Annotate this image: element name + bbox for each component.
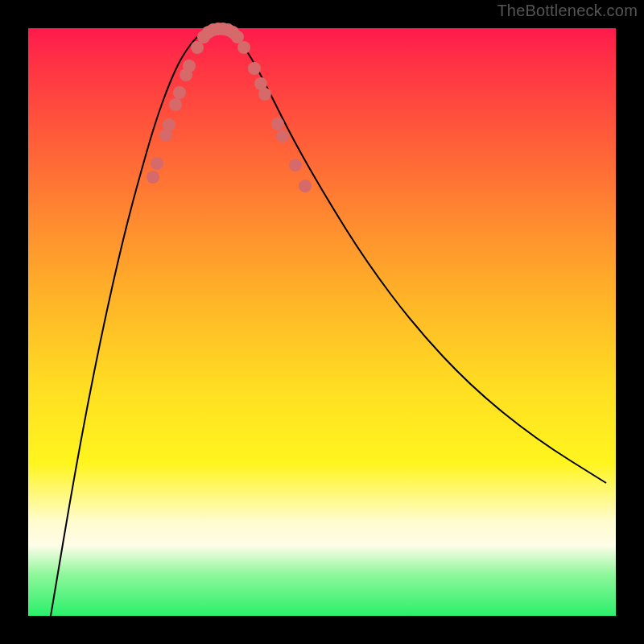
data-markers — [147, 23, 312, 192]
data-marker — [169, 98, 182, 111]
chart-canvas: TheBottleneck.com — [0, 0, 644, 644]
curve-right-branch — [231, 30, 606, 483]
data-marker — [173, 86, 186, 99]
data-marker — [299, 180, 312, 192]
data-marker — [258, 88, 271, 101]
data-marker — [151, 157, 163, 170]
data-marker — [289, 159, 302, 171]
data-marker — [276, 130, 289, 142]
plot-area — [28, 28, 616, 616]
data-marker — [271, 118, 284, 130]
curve-left-branch — [51, 30, 207, 616]
data-marker — [248, 62, 261, 75]
data-marker — [183, 60, 196, 72]
data-marker — [237, 41, 250, 54]
watermark-text: TheBottleneck.com — [497, 2, 638, 20]
data-marker — [163, 118, 175, 131]
data-marker — [147, 171, 159, 184]
curve-layer — [28, 28, 616, 616]
